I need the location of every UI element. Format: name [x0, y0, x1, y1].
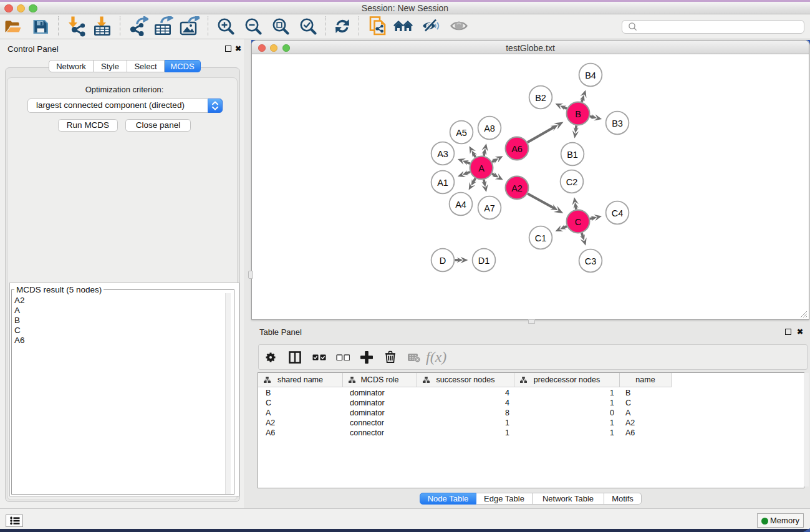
svg-text:C: C [575, 217, 581, 227]
svg-text:B3: B3 [612, 118, 623, 128]
svg-text:f(x): f(x) [426, 349, 446, 365]
svg-text:D: D [440, 256, 446, 266]
svg-text:B4: B4 [585, 70, 596, 80]
svg-text:A1: A1 [437, 178, 448, 188]
svg-text:A6: A6 [511, 144, 523, 154]
svg-text:C4: C4 [612, 208, 624, 218]
svg-text:B2: B2 [535, 93, 546, 103]
svg-text:A8: A8 [484, 123, 495, 133]
svg-text:A: A [478, 163, 485, 173]
svg-text:B: B [575, 109, 581, 119]
svg-text:A4: A4 [455, 200, 466, 210]
svg-text:A3: A3 [437, 149, 448, 159]
svg-text:B1: B1 [567, 150, 578, 160]
svg-text:D1: D1 [478, 256, 490, 266]
svg-text:A2: A2 [511, 183, 523, 193]
svg-text:A7: A7 [484, 203, 495, 213]
svg-text:A5: A5 [456, 128, 467, 138]
svg-text:C3: C3 [585, 256, 597, 266]
svg-text:C2: C2 [566, 177, 578, 187]
svg-text:C1: C1 [535, 233, 547, 243]
